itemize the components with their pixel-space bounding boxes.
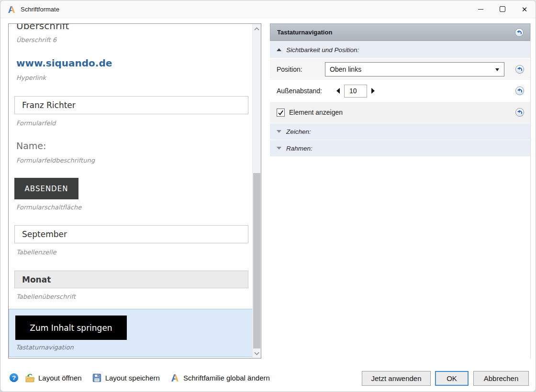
- sample-field-caption: Name:: [16, 141, 46, 151]
- section-characters[interactable]: Zeichen:: [270, 123, 530, 140]
- margin-label: Außenabstand:: [277, 87, 330, 95]
- section-visibility-position[interactable]: Sichtbarkeit und Position:: [270, 42, 530, 58]
- position-dropdown-value: Oben links: [330, 65, 361, 73]
- window-title: Schriftformate: [21, 6, 59, 13]
- format-label: Formularfeldbeschriftung: [16, 157, 95, 164]
- format-label: Überschrift 6: [16, 36, 56, 44]
- reset-icon[interactable]: [515, 65, 525, 74]
- reset-icon[interactable]: [514, 28, 524, 37]
- layout-save-label: Layout speichern: [105, 374, 160, 382]
- margin-input[interactable]: [344, 85, 367, 98]
- minimize-button[interactable]: [469, 0, 491, 18]
- folder-open-icon: [25, 373, 35, 383]
- position-row: Position: Oben links: [270, 58, 530, 80]
- format-label: Tastaturnavigation: [16, 344, 74, 351]
- layout-save-button[interactable]: Layout speichern: [92, 373, 160, 383]
- reset-icon[interactable]: [515, 86, 525, 96]
- sample-hyperlink: www.siquando.de: [16, 57, 112, 69]
- chevron-up-icon: [255, 27, 259, 32]
- font-family-icon: A: [170, 373, 180, 383]
- ok-label: OK: [447, 374, 457, 382]
- help-icon[interactable]: ?: [9, 373, 19, 382]
- increment-arrow-icon[interactable]: [371, 88, 375, 94]
- section-title: Rahmen:: [286, 145, 313, 152]
- format-label: Formularfeld: [16, 120, 56, 127]
- show-element-label: Element anzeigen: [289, 109, 343, 116]
- scroll-up-button[interactable]: [253, 25, 261, 33]
- font-global-change-label: Schriftfamilie global ändern: [183, 374, 270, 382]
- dialog-window: A Schriftformate ✕ Überschrift Überschri…: [0, 0, 536, 392]
- format-label: Tabellenüberschrift: [16, 293, 76, 300]
- chevron-down-icon: [255, 350, 259, 355]
- format-label: Formularschaltfläche: [16, 204, 81, 211]
- cancel-label: Abbrechen: [484, 374, 519, 382]
- checkmark-icon: [278, 109, 284, 116]
- section-title: Sichtbarkeit und Position:: [286, 46, 359, 54]
- triangle-expand-icon: [277, 147, 281, 150]
- section-border[interactable]: Rahmen:: [270, 140, 530, 156]
- svg-text:A: A: [171, 373, 179, 383]
- scroll-down-button[interactable]: [253, 349, 261, 357]
- minimize-icon: [478, 9, 483, 10]
- position-dropdown[interactable]: Oben links: [325, 62, 504, 76]
- margin-row: Außenabstand:: [270, 80, 530, 101]
- sample-form-field: Franz Richter: [14, 96, 248, 114]
- sample-table-header-text: Monat: [22, 275, 51, 284]
- cancel-button[interactable]: Abbrechen: [473, 371, 529, 386]
- format-preview-panel: Überschrift Überschrift 6 www.siquando.d…: [8, 23, 261, 359]
- format-label: Hyperlink: [16, 74, 46, 81]
- font-global-change-button[interactable]: A Schriftfamilie global ändern: [170, 373, 270, 383]
- layout-open-label: Layout öffnen: [38, 374, 82, 382]
- apply-now-label: Jetzt anwenden: [371, 374, 421, 382]
- sample-table-cell: September: [14, 225, 248, 243]
- triangle-expand-icon: [277, 130, 281, 133]
- sample-table-header: Monat: [14, 271, 248, 288]
- bottom-toolbar: ? Layout öffnen Layout speichern: [9, 370, 280, 386]
- properties-header-title: Tastaturnavigation: [277, 29, 332, 36]
- sample-skip-link-text: Zum Inhalt springen: [30, 323, 112, 333]
- section-title: Zeichen:: [286, 128, 311, 135]
- sample-form-field-text: Franz Richter: [22, 100, 76, 110]
- save-floppy-icon: [92, 373, 102, 383]
- format-label: Tabellenzelle: [16, 249, 56, 256]
- show-element-row: Element anzeigen: [270, 102, 530, 123]
- maximize-button[interactable]: [491, 0, 514, 18]
- sample-heading: Überschrift: [16, 24, 69, 32]
- preview-scrollbar[interactable]: [252, 24, 261, 358]
- position-label: Position:: [277, 65, 325, 73]
- scrollbar-thumb[interactable]: [253, 173, 260, 348]
- sample-form-button-text: ABSENDEN: [25, 185, 68, 193]
- properties-panel: Tastaturnavigation Sichtbarkeit und Posi…: [270, 23, 531, 359]
- sample-table-cell-text: September: [22, 229, 67, 239]
- show-element-checkbox[interactable]: [277, 109, 285, 117]
- close-icon: ✕: [522, 6, 528, 13]
- layout-open-button[interactable]: Layout öffnen: [25, 373, 82, 383]
- svg-text:?: ?: [12, 374, 16, 381]
- svg-text:A: A: [8, 4, 15, 14]
- triangle-collapse-icon: [277, 48, 281, 51]
- sample-form-button: ABSENDEN: [14, 178, 78, 199]
- titlebar: A Schriftformate ✕: [0, 0, 536, 18]
- window-controls: ✕: [469, 0, 536, 18]
- dropdown-caret-icon: [495, 68, 499, 71]
- maximize-icon: [500, 6, 505, 12]
- reset-icon[interactable]: [515, 108, 525, 117]
- sample-skip-link: Zum Inhalt springen: [15, 316, 127, 340]
- ok-button[interactable]: OK: [435, 371, 469, 386]
- close-button[interactable]: ✕: [514, 0, 536, 18]
- preview-item-tastaturnavigation-selected[interactable]: Zum Inhalt springen Tastaturnavigation: [9, 309, 253, 357]
- decrement-arrow-icon[interactable]: [336, 88, 340, 94]
- properties-header: Tastaturnavigation: [270, 23, 530, 41]
- app-logo-icon: A: [7, 4, 16, 14]
- apply-now-button[interactable]: Jetzt anwenden: [362, 371, 431, 386]
